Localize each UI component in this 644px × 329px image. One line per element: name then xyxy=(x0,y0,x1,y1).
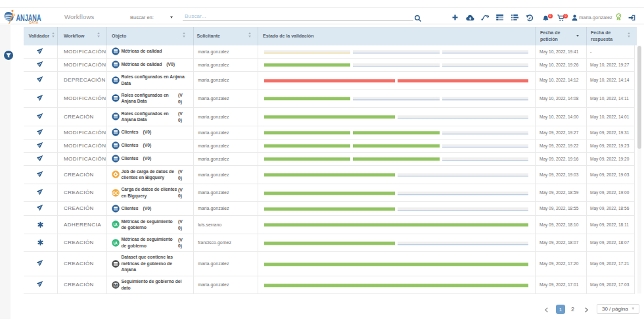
svg-text:DATA: DATA xyxy=(30,21,39,24)
svg-text:OC: OC xyxy=(112,190,119,195)
svg-text:M: M xyxy=(114,282,118,287)
